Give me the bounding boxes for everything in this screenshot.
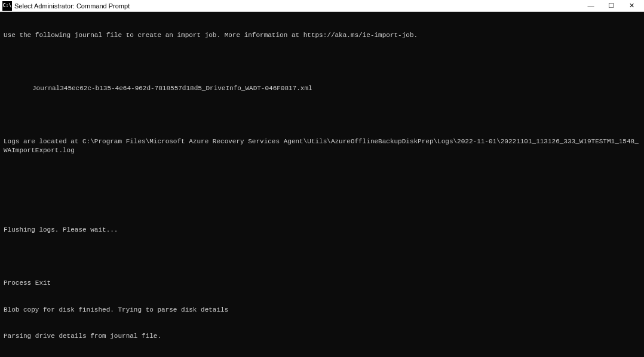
cmd-icon: C:\	[2, 1, 12, 11]
output-line	[4, 199, 640, 208]
output-line	[4, 57, 640, 66]
output-line	[4, 173, 640, 181]
terminal-output[interactable]: Use the following journal file to create…	[0, 12, 644, 357]
output-line	[4, 253, 640, 261]
output-line: Blob copy for disk finished. Trying to p…	[4, 306, 640, 315]
maximize-button[interactable]: ☐	[601, 0, 621, 12]
output-line: Process Exit	[4, 279, 640, 288]
output-line: Flushing logs. Please wait...	[4, 226, 640, 235]
output-line: Parsing drive details from journal file.	[4, 332, 640, 341]
output-line: Logs are located at C:\Program Files\Mic…	[4, 137, 640, 155]
window-titlebar: C:\ Select Administrator: Command Prompt…	[0, 0, 644, 12]
output-line: Journal345ec62c-b135-4e64-962d-7818557d1…	[4, 84, 640, 93]
window-title: Select Administrator: Command Prompt	[14, 2, 581, 10]
output-line: Use the following journal file to create…	[4, 31, 640, 40]
minimize-button[interactable]: —	[581, 0, 601, 12]
output-line	[4, 110, 640, 119]
window-controls: — ☐ ✕	[581, 0, 642, 12]
close-button[interactable]: ✕	[621, 0, 642, 12]
